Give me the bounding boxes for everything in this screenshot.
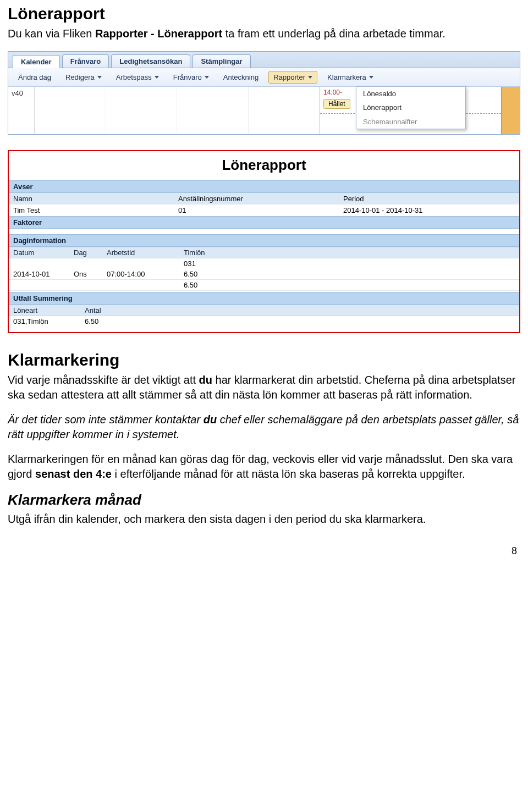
cell-antal: 6.50 bbox=[85, 317, 140, 325]
avser-row: Tim Test 01 2014-10-01 - 2014-10-31 bbox=[9, 205, 519, 216]
week-label: v40 bbox=[8, 87, 35, 134]
col-datum: Datum bbox=[13, 248, 74, 257]
para-lonerapport-intro: Du kan via Fliken Rapporter - Lönerappor… bbox=[8, 26, 520, 41]
text-bold: du bbox=[199, 374, 212, 386]
text: i efterföljande månad för att nästa lön … bbox=[112, 468, 465, 480]
col-period: Period bbox=[343, 195, 515, 203]
toolbar-klarmarkera[interactable]: Klarmarkera bbox=[323, 71, 378, 83]
tab-franvaro[interactable]: Frånvaro bbox=[62, 54, 109, 68]
col-loneart: Löneart bbox=[13, 306, 85, 314]
tab-ledighetsansokan[interactable]: Ledighetsansökan bbox=[111, 54, 190, 68]
app-screenshot-calendar: Kalender Frånvaro Ledighetsansökan Stämp… bbox=[8, 51, 520, 135]
para-klar-1: Vid varje månadsskifte är det viktigt at… bbox=[8, 373, 520, 402]
section-faktorer: Faktorer bbox=[9, 216, 519, 229]
cell-namn: Tim Test bbox=[13, 206, 178, 214]
cell-period: 2014-10-01 - 2014-10-31 bbox=[343, 206, 515, 214]
section-utfall: Utfall Summering bbox=[9, 292, 519, 305]
menu-item-schemauppgifter[interactable]: Schemaunnaifter bbox=[356, 114, 465, 129]
toolbar-franvaro[interactable]: Frånvaro bbox=[169, 71, 213, 83]
col-timlon: Timlön bbox=[184, 248, 239, 257]
calendar-columns bbox=[35, 87, 320, 134]
heading-klarmarkering: Klarmarkering bbox=[8, 351, 520, 369]
text-bold: du bbox=[204, 413, 217, 426]
col-anstallningsnummer: Anställningsnummer bbox=[178, 195, 343, 203]
cell-arbetstid: 07:00-14:00 bbox=[107, 270, 184, 278]
cell-anstallningsnummer: 01 bbox=[178, 206, 343, 214]
toolbar-redigera[interactable]: Redigera bbox=[61, 71, 106, 83]
col-antal: Antal bbox=[85, 306, 140, 314]
report-title: Lönerapport bbox=[9, 157, 519, 174]
cell-dag: Ons bbox=[74, 270, 107, 278]
text: Är det tider som inte stämmer kontaktar bbox=[8, 413, 204, 426]
para-klarmanad: Utgå ifrån din kalender, och markera den… bbox=[8, 512, 520, 527]
rapporter-dropdown: Lönesaldo Lönerapport Schemaunnaifter bbox=[356, 86, 466, 129]
para-klar-2: Är det tider som inte stämmer kontaktar … bbox=[8, 412, 520, 442]
tab-kalender[interactable]: Kalender bbox=[13, 55, 60, 68]
dag-row-code: 031 bbox=[9, 258, 519, 269]
cell-timlon-code: 031 bbox=[184, 259, 239, 268]
menu-item-lonerapport[interactable]: Lönerapport bbox=[356, 101, 465, 114]
text: Du kan via Fliken bbox=[8, 27, 95, 40]
calendar-body: v40 14:00- Hållet Lönesaldo Lönerapport … bbox=[8, 87, 520, 134]
dag-headers: Datum Dag Arbetstid Timlön bbox=[9, 247, 519, 258]
dag-row-1: 2014-10-01 Ons 07:00-14:00 6.50 bbox=[9, 269, 519, 280]
toolbar-arbetspass[interactable]: Arbetspass bbox=[112, 71, 163, 83]
orange-day-column bbox=[501, 87, 520, 134]
text-bold: senast den 4:e bbox=[35, 468, 112, 480]
col-arbetstid: Arbetstid bbox=[107, 248, 184, 257]
para-klar-3: Klarmarkeringen för en månad kan göras d… bbox=[8, 452, 520, 482]
heading-lonerapport: Lönerapport bbox=[8, 4, 520, 23]
cell-timlon-sum: 6.50 bbox=[184, 281, 239, 289]
status-tag-hallet: Hållet bbox=[323, 99, 350, 109]
day-column: 14:00- Hållet Lönesaldo Lönerapport Sche… bbox=[320, 87, 501, 134]
tab-strip: Kalender Frånvaro Ledighetsansökan Stämp… bbox=[8, 52, 520, 68]
cell-loneart: 031,Timlön bbox=[13, 317, 85, 325]
col-namn: Namn bbox=[13, 195, 178, 203]
col-dag: Dag bbox=[74, 248, 107, 257]
section-avser: Avser bbox=[9, 180, 519, 193]
cell-timlon: 6.50 bbox=[184, 270, 239, 278]
toolbar: Ändra dag Redigera Arbetspass Frånvaro A… bbox=[8, 68, 520, 87]
text: Vid varje månadsskifte är det viktigt at… bbox=[8, 374, 199, 386]
tab-stamplingar[interactable]: Stämplingar bbox=[193, 54, 250, 68]
toolbar-anteckning[interactable]: Anteckning bbox=[219, 71, 263, 83]
toolbar-rapporter[interactable]: Rapporter bbox=[268, 71, 317, 84]
dag-row-sum: 6.50 bbox=[9, 280, 519, 291]
utfall-headers: Löneart Antal bbox=[9, 305, 519, 316]
text: ta fram ett underlag på dina arbetade ti… bbox=[222, 27, 446, 40]
toolbar-andra-dag[interactable]: Ändra dag bbox=[14, 71, 56, 83]
menu-item-lonesaldo[interactable]: Lönesaldo bbox=[356, 87, 465, 101]
cell-datum: 2014-10-01 bbox=[13, 270, 74, 278]
page-number: 8 bbox=[8, 537, 520, 559]
text-bold: Rapporter - Lönerapport bbox=[95, 27, 222, 40]
report-lonerapport: Lönerapport Avser Namn Anställningsnumme… bbox=[8, 150, 520, 333]
avser-column-headers: Namn Anställningsnummer Period bbox=[9, 193, 519, 205]
heading-klarmarkera-manad: Klarmarkera månad bbox=[8, 491, 520, 509]
utfall-row: 031,Timlön 6.50 bbox=[9, 316, 519, 327]
section-daginformation: Daginformation bbox=[9, 234, 519, 247]
